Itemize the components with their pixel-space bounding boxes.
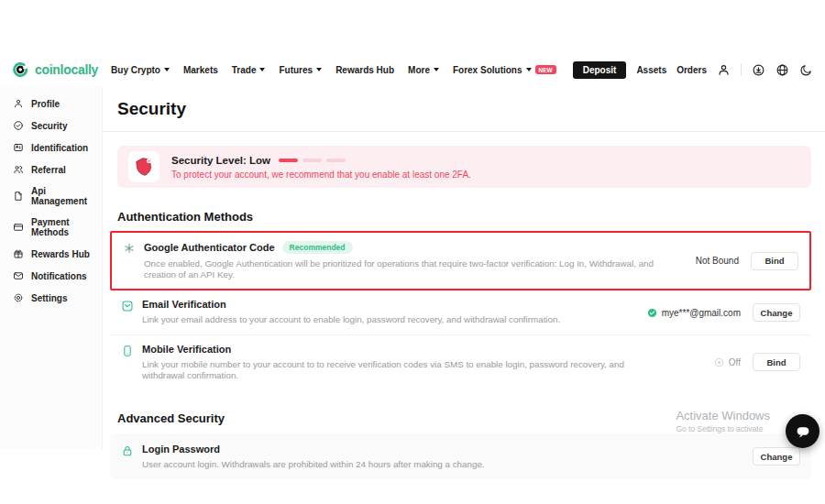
new-badge: NEW: [535, 65, 556, 74]
nav-markets[interactable]: Markets: [183, 65, 218, 75]
nav-futures[interactable]: Futures: [279, 65, 322, 75]
advanced-security-heading: Advanced Security: [117, 411, 810, 425]
email-change-button[interactable]: Change: [753, 303, 800, 322]
chevron-down-icon: [434, 68, 439, 71]
nav-buy-crypto[interactable]: Buy Crypto: [111, 65, 170, 75]
mobile-bind-button[interactable]: Bind: [753, 353, 800, 371]
shield-check-icon: [13, 120, 24, 131]
sidebar-item-security[interactable]: Security: [0, 115, 102, 137]
user-icon[interactable]: [717, 63, 731, 77]
email-icon: [121, 300, 134, 312]
email-verification-row: Email Verification Link your email addre…: [110, 290, 811, 334]
user-icon: [13, 98, 24, 109]
login-password-change-button[interactable]: Change: [753, 447, 800, 466]
google-authenticator-row: Google Authenticator Code Recommended On…: [110, 231, 811, 290]
sidebar-item-notifications[interactable]: Notifications: [0, 265, 102, 287]
id-card-icon: [13, 142, 24, 153]
login-password-description: User account login. Withdrawals are proh…: [142, 459, 485, 470]
login-password-title: Login Password: [142, 444, 220, 455]
sidebar-item-payment-methods[interactable]: Payment Methods: [0, 212, 102, 243]
security-level-banner: Security Level: Low To protect your acco…: [117, 146, 811, 188]
off-indicator-icon: [714, 357, 724, 367]
nav-trade[interactable]: Trade: [232, 65, 266, 75]
nav-forex-solutions[interactable]: Forex SolutionsNEW: [453, 65, 556, 75]
mail-icon: [13, 270, 24, 281]
chevron-down-icon: [316, 68, 322, 71]
chevron-down-icon: [259, 68, 265, 71]
sidebar-item-referral[interactable]: Referral: [0, 159, 102, 181]
nav-more[interactable]: More: [408, 65, 439, 75]
security-level-label: Security Level: Low: [171, 155, 270, 166]
navbar-right: Deposit Assets Orders: [573, 61, 813, 79]
chevron-down-icon: [526, 68, 532, 71]
email-status-value: mye***@gmail.com: [662, 308, 741, 318]
login-password-row: Login Password User account login. Withd…: [110, 433, 811, 479]
dark-mode-moon-icon[interactable]: [799, 63, 813, 77]
google-authenticator-title: Google Authenticator Code: [144, 242, 275, 253]
deposit-button[interactable]: Deposit: [573, 61, 627, 79]
recommended-badge: Recommended: [282, 241, 353, 254]
top-navbar: coinlocally Buy Crypto Markets Trade Fut…: [0, 57, 825, 82]
sidebar-item-api-management[interactable]: Api Management: [0, 181, 102, 212]
gear-icon: [13, 292, 24, 303]
mobile-status: Off: [714, 357, 741, 367]
mobile-phone-icon: [121, 345, 134, 357]
gift-box-icon: [13, 248, 24, 259]
people-icon: [13, 164, 24, 175]
mobile-verification-title: Mobile Verification: [142, 344, 231, 355]
sidebar-item-rewards-hub[interactable]: Rewards Hub: [0, 243, 102, 265]
download-app-icon[interactable]: [752, 63, 765, 77]
coinlocally-logo-icon: [12, 60, 30, 79]
google-authenticator-bind-button[interactable]: Bind: [751, 252, 798, 270]
assets-link[interactable]: Assets: [636, 65, 666, 75]
email-verification-description: Link your email address to your account …: [142, 314, 560, 325]
main-nav-links: Buy Crypto Markets Trade Futures Rewards…: [111, 65, 556, 75]
title-divider: [103, 131, 825, 132]
google-authenticator-status: Not Bound: [696, 256, 739, 266]
email-status: mye***@gmail.com: [647, 308, 741, 318]
security-page: coinlocally Buy Crypto Markets Trade Fut…: [0, 0, 825, 504]
mobile-verification-row: Mobile Verification Link your mobile num…: [110, 334, 811, 389]
main-content: Security Security Level: Low To protect …: [103, 82, 825, 504]
lock-icon: [121, 444, 134, 457]
sidebar-item-settings[interactable]: Settings: [0, 287, 102, 309]
security-level-message: To protect your account, we recommend th…: [171, 170, 471, 180]
sidebar-item-profile[interactable]: Profile: [0, 93, 102, 115]
page-title: Security: [117, 99, 810, 119]
mobile-verification-description: Link your mobile number to your account …: [142, 359, 655, 381]
google-authenticator-description: Once enabled, Google Authentication will…: [144, 258, 657, 280]
chat-bubble-icon: [795, 423, 811, 440]
check-circle-icon: [647, 308, 657, 318]
google-authenticator-icon: [123, 242, 136, 255]
credit-card-icon: [13, 222, 24, 233]
mobile-status-value: Off: [729, 357, 741, 367]
navbar-divider: [741, 63, 742, 76]
live-chat-button[interactable]: [786, 414, 820, 448]
email-verification-title: Email Verification: [142, 299, 226, 310]
document-icon: [13, 191, 24, 202]
globe-language-icon[interactable]: [776, 63, 789, 77]
security-level-bars: [279, 159, 346, 162]
authentication-methods-heading: Authentication Methods: [117, 210, 810, 224]
chevron-down-icon: [164, 68, 170, 71]
nav-rewards-hub[interactable]: Rewards Hub: [336, 65, 394, 75]
coinlocally-logo[interactable]: coinlocally: [12, 60, 98, 79]
orders-link[interactable]: Orders: [676, 65, 707, 75]
brand-name: coinlocally: [35, 62, 98, 77]
sidebar-item-identification[interactable]: Identification: [0, 137, 102, 159]
account-sidebar: Profile Security Identification Referral…: [0, 87, 103, 449]
red-shield-icon: [128, 151, 160, 182]
